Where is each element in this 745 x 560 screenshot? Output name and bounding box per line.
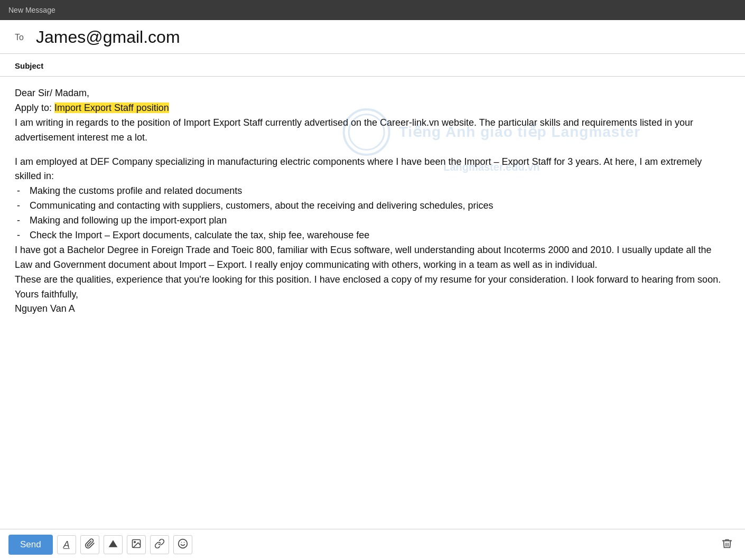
paragraph2: I am employed at DEF Company specializin… — [15, 155, 730, 184]
link-icon — [154, 538, 165, 552]
attach-button[interactable] — [80, 535, 99, 554]
list-item-2: - Communicating and contacting with supp… — [15, 199, 730, 213]
font-format-button[interactable]: A — [57, 535, 76, 554]
list-item-1: - Making the customs profile and related… — [15, 184, 730, 199]
svg-point-3 — [178, 539, 187, 548]
apply-line: Apply to: Import Export Staff position — [15, 101, 730, 116]
svg-point-2 — [134, 541, 136, 543]
dash2: - — [15, 199, 30, 213]
greeting-line: Dear Sir/ Madam, — [15, 86, 730, 101]
bullet4-text: Check the Import – Export documents, cal… — [30, 228, 369, 243]
paragraph1: I am writing in regards to the position … — [15, 116, 730, 145]
list-item-3: - Making and following up the import-exp… — [15, 213, 730, 228]
send-button[interactable]: Send — [8, 535, 53, 555]
subject-row: Subject — [0, 54, 745, 77]
to-label: To — [15, 33, 30, 42]
title-bar: New Message — [0, 0, 745, 20]
apply-prefix: Apply to: — [15, 102, 54, 113]
bullet2-text: Communicating and contacting with suppli… — [30, 199, 493, 213]
svg-marker-0 — [108, 540, 117, 547]
body-area[interactable]: Tiếng Anh giao tiếp Langmaster Langmaste… — [0, 77, 745, 529]
subject-label[interactable]: Subject — [15, 61, 43, 70]
closing1: Yours faithfully, — [15, 287, 730, 302]
toolbar: Send A — [0, 529, 745, 560]
image-icon — [131, 538, 142, 552]
dash3: - — [15, 213, 30, 228]
closing2: Nguyen Van A — [15, 302, 730, 316]
to-value[interactable]: James@gmail.com — [36, 27, 180, 47]
image-button[interactable] — [127, 535, 146, 554]
dash1: - — [15, 184, 30, 199]
format-triangle-button[interactable] — [104, 535, 123, 554]
bullet3-text: Making and following up the import-expor… — [30, 213, 227, 228]
title-bar-label: New Message — [8, 6, 55, 14]
body-text: Dear Sir/ Madam, Apply to: Import Export… — [15, 86, 730, 316]
list-item-4: - Check the Import – Export documents, c… — [15, 228, 730, 243]
trash-icon — [721, 538, 733, 552]
paragraph4: These are the qualities, experience that… — [15, 273, 730, 287]
emoji-button[interactable] — [173, 535, 192, 554]
emoji-icon — [178, 538, 188, 552]
compose-area: To James@gmail.com Subject Tiếng Anh gia… — [0, 20, 745, 560]
dash4: - — [15, 228, 30, 243]
bullet1-text: Making the customs profile and related d… — [30, 184, 242, 199]
delete-button[interactable] — [718, 535, 737, 554]
apply-highlight: Import Export Staff position — [54, 102, 169, 113]
gap1 — [15, 145, 730, 155]
font-icon: A — [63, 539, 70, 550]
triangle-icon — [108, 538, 118, 552]
paragraph3: I have got a Bachelor Degree in Foreign … — [15, 243, 730, 273]
link-button[interactable] — [150, 535, 169, 554]
attach-icon — [85, 538, 95, 552]
to-row: To James@gmail.com — [0, 20, 745, 54]
